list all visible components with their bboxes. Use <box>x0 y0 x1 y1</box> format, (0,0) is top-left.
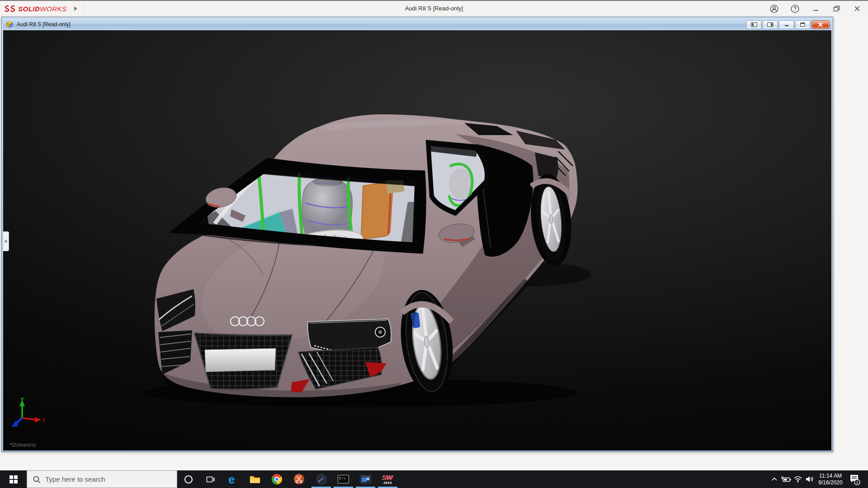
snipping-tool-icon <box>294 474 304 484</box>
hexagon-app-icon <box>316 474 327 485</box>
close-button[interactable] <box>853 4 862 13</box>
task-view-button[interactable] <box>199 470 222 488</box>
graphics-viewport[interactable]: Y X *Dimetric <box>3 30 831 450</box>
app-titlebar: SOLIDWORKS Audi R8 S [Read-only] <box>0 0 868 16</box>
system-tray: 11:14 AM 9/16/2020 1 <box>769 470 868 488</box>
tray-time: 11:14 AM <box>816 473 844 479</box>
notification-icon: 1 <box>849 474 860 485</box>
battery-status[interactable] <box>780 470 792 488</box>
orientation-triad: Y X <box>9 396 46 440</box>
start-button[interactable] <box>0 470 27 488</box>
document-titlebar[interactable]: Audi R8 S [Read-only] <box>3 19 831 30</box>
feature-panel-collapse-tab[interactable] <box>3 231 9 251</box>
titlebar-separator <box>84 0 84 17</box>
taskbar-app-solidworks[interactable]: SW 2020 <box>377 470 399 488</box>
account-icon[interactable] <box>769 4 778 13</box>
solidworks-app-icon: SW 2020 <box>382 474 393 485</box>
show-right-pane-button[interactable] <box>763 20 778 29</box>
document-window-controls <box>746 20 830 29</box>
file-explorer-icon <box>250 475 260 484</box>
search-icon <box>33 475 41 483</box>
restore-button[interactable] <box>832 4 841 13</box>
notification-badge: 1 <box>856 480 859 484</box>
clock[interactable]: 11:14 AM 9/16/2020 <box>816 473 845 486</box>
document-restore-button[interactable] <box>795 20 810 29</box>
view-orientation-label: *Dimetric <box>9 441 37 448</box>
tray-expand-chevron[interactable] <box>769 470 780 488</box>
app-window-controls <box>769 1 862 16</box>
taskbar-app-file-explorer[interactable] <box>244 470 266 488</box>
edge-icon: e <box>227 474 239 485</box>
battery-plugged-icon <box>781 476 792 483</box>
solidworks-menu-button[interactable]: SOLIDWORKS <box>0 5 67 13</box>
chevron-up-icon <box>771 477 778 481</box>
taskbar: e <box>0 470 868 488</box>
action-center-button[interactable]: 1 <box>845 470 863 488</box>
search-input[interactable] <box>45 475 171 483</box>
app-window-title: Audi R8 S [Read-only] <box>405 1 463 16</box>
media-app-icon <box>360 475 371 484</box>
speaker-icon <box>805 476 814 483</box>
help-icon[interactable] <box>790 4 799 13</box>
screen: SOLIDWORKS Audi R8 S [Read-only] <box>0 0 868 488</box>
cortana-button[interactable] <box>177 470 199 488</box>
dassault-3ds-logo-icon <box>5 5 15 13</box>
cortana-icon <box>184 474 193 484</box>
network-status[interactable] <box>792 470 804 488</box>
taskbar-app-3dexperience[interactable] <box>310 470 332 488</box>
car-model[interactable] <box>3 30 831 450</box>
taskbar-app-command-prompt[interactable]: C:\ <box>332 470 354 488</box>
document-minimize-button[interactable] <box>779 20 794 29</box>
document-window: Audi R8 S [Read-only] <box>1 17 833 452</box>
taskbar-app-chrome[interactable] <box>266 470 288 488</box>
taskbar-app-edge[interactable]: e <box>222 470 244 488</box>
license-plate[interactable] <box>205 348 276 372</box>
taskbar-app-media[interactable] <box>354 470 377 488</box>
taskbar-app-snipping-tool[interactable] <box>288 470 310 488</box>
brand-expand-arrow-icon[interactable] <box>74 6 77 11</box>
brand-wordmark: SOLIDWORKS <box>18 5 67 13</box>
panel-tab-dot-icon <box>5 240 7 243</box>
tray-date: 9/16/2020 <box>816 479 844 486</box>
document-title: Audi R8 S [Read-only] <box>17 21 71 28</box>
assembly-document-icon <box>6 21 14 28</box>
wifi-icon <box>793 476 802 483</box>
show-left-pane-button[interactable] <box>746 20 761 29</box>
document-close-button[interactable] <box>811 20 830 29</box>
volume-status[interactable] <box>804 470 816 488</box>
axis-x-label: X <box>42 418 46 423</box>
minimize-button[interactable] <box>811 4 820 13</box>
task-view-icon <box>206 475 215 484</box>
taskbar-search[interactable] <box>27 470 177 488</box>
windows-logo-icon <box>9 475 18 483</box>
chrome-icon <box>272 474 282 484</box>
svg-text:e: e <box>228 474 235 485</box>
command-prompt-icon: C:\ <box>338 475 349 483</box>
